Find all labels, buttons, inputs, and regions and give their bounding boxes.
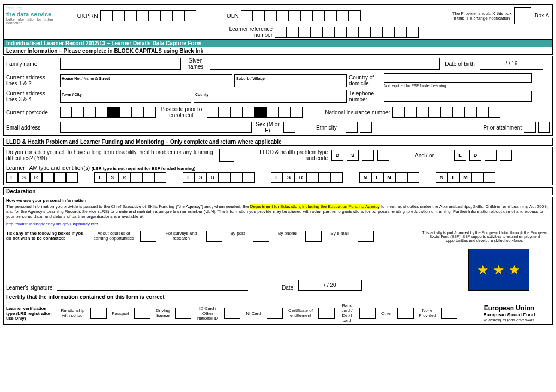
opt-post: By post xyxy=(227,231,249,236)
dob-field[interactable]: / / 19 xyxy=(480,58,543,70)
v-bank: Bank card / Debit card xyxy=(337,303,356,323)
cpc-cells[interactable] xyxy=(60,107,156,118)
v-relschool: Relationship with school xyxy=(58,308,88,318)
eu-sub: European Social Fund xyxy=(468,312,550,317)
logo-title: the data service xyxy=(6,11,66,17)
opt-phone: By phone xyxy=(274,231,301,236)
addr34b-field[interactable]: County xyxy=(194,90,347,103)
nlm-group[interactable]: NLM xyxy=(436,172,495,183)
privacy-link[interactable]: http://skillsfundingagency.bis.gov.uk/pr… xyxy=(6,222,98,226)
eu-flag: ★ ★ ★ xyxy=(468,249,529,291)
chk-none[interactable] xyxy=(441,308,457,318)
chk-cert[interactable] xyxy=(318,308,335,318)
lldd-andor: And / or xyxy=(415,152,434,158)
logo-sub: better information for further education xyxy=(6,17,66,25)
title-decl: Declaration xyxy=(3,187,553,195)
sex-label: Sex (M or F) xyxy=(254,121,281,133)
chk-driving[interactable] xyxy=(175,308,191,318)
eth-cell[interactable] xyxy=(360,122,372,133)
opt-courses: About courses or learning opportunities. xyxy=(92,231,136,241)
domicile-note: Not required for ESF funded learning xyxy=(384,84,532,88)
lldd-ld-v2[interactable] xyxy=(500,150,512,161)
tel-label: Telephone number xyxy=(349,90,382,102)
chk-bank[interactable] xyxy=(359,308,376,318)
sex-cell[interactable] xyxy=(283,122,295,133)
ukprn-cells[interactable] xyxy=(100,10,196,21)
provider-note: The Provider should X this box if this i… xyxy=(452,11,512,21)
tel-field[interactable] xyxy=(384,91,532,102)
fam-note: (LSR type is not required for ESF funded… xyxy=(92,166,196,171)
box-a-label: Box A xyxy=(534,13,550,19)
nino-label: National insurance number xyxy=(319,109,390,115)
lldd-d: D xyxy=(331,150,343,161)
lsr-group[interactable]: LSR xyxy=(271,172,343,183)
addr34-label: Current address lines 3 & 4 xyxy=(6,90,58,102)
ukprn-label: UKPRN xyxy=(68,13,98,19)
lsr-group[interactable]: LSR xyxy=(94,172,166,183)
decl-how: How we use your personal information xyxy=(6,198,550,203)
title-learner-info: Learner Information – Please complete in… xyxy=(3,47,553,55)
sig-field[interactable] xyxy=(57,281,248,291)
v-other: Other xyxy=(378,311,395,316)
v-nicard: NI Card xyxy=(243,311,264,316)
chk-courses[interactable] xyxy=(140,231,156,242)
dob-label: Date of birth xyxy=(442,61,478,67)
lref-cells[interactable] xyxy=(275,27,419,38)
nlm-group[interactable]: NLM xyxy=(359,172,419,183)
eth-label: Ethnicity xyxy=(316,125,343,131)
title-main: Individualised Learner Record 2012/13 – … xyxy=(3,40,553,47)
nino-cells[interactable] xyxy=(392,107,500,118)
eth-cell[interactable] xyxy=(346,122,358,133)
lldd-ds-v2[interactable] xyxy=(377,150,389,161)
email-label: Email address xyxy=(6,125,58,131)
email-field[interactable] xyxy=(60,122,252,133)
chk-nicard[interactable] xyxy=(267,308,283,318)
title-lldd: LLDD & Health Problem and Learner Fundin… xyxy=(3,138,553,146)
decl-para: The personal information you provide is … xyxy=(6,204,550,219)
lldd-ld-v1[interactable] xyxy=(485,150,497,161)
lref-label: Learner reference number xyxy=(221,26,273,38)
uln-cells[interactable] xyxy=(241,10,361,21)
domicile-field[interactable] xyxy=(384,73,532,83)
chk-phone[interactable] xyxy=(305,231,322,242)
uln-label: ULN xyxy=(227,13,239,19)
domicile-label: Country of domicile xyxy=(349,75,382,87)
chk-idcard[interactable] xyxy=(224,308,240,318)
v-passport: Passport xyxy=(110,311,131,316)
prior-cell[interactable] xyxy=(538,122,550,133)
v-driving: Driving licence xyxy=(153,308,172,318)
opt-surveys: For surveys and research xyxy=(161,231,202,241)
lldd-l: L xyxy=(454,150,466,161)
lsr-group[interactable]: LSR xyxy=(6,172,78,183)
lsr-group[interactable]: LSR xyxy=(183,172,255,183)
family-field[interactable] xyxy=(60,58,181,70)
chk-post[interactable] xyxy=(253,231,269,242)
chk-relschool[interactable] xyxy=(90,308,107,318)
opt-email: By e-mail xyxy=(326,231,353,236)
lldd-ds-v1[interactable] xyxy=(362,150,374,161)
given-field[interactable] xyxy=(210,58,440,70)
v-cert: Certificate of entitlement xyxy=(286,308,316,318)
prior-cell[interactable] xyxy=(524,122,536,133)
tick-label: Tick any of the following boxes if you d… xyxy=(6,231,88,241)
addr34a-field[interactable]: Town / City xyxy=(60,90,191,103)
cpc-label: Current postcode xyxy=(6,109,58,115)
lldd-question: Do you consider yourself to have a long … xyxy=(6,149,216,161)
eu-tagline: Investing in jobs and skills xyxy=(468,317,550,322)
v-none: None Provided xyxy=(416,308,438,318)
chk-surveys[interactable] xyxy=(206,231,222,242)
ppc-label: Postcode prior to enrolment xyxy=(158,106,204,118)
chk-passport[interactable] xyxy=(134,308,150,318)
ppc-cells[interactable] xyxy=(207,107,303,118)
lldd-d2: D xyxy=(469,150,481,161)
lldd-yn[interactable] xyxy=(219,149,234,162)
sig-label: Learner's signature: xyxy=(6,285,54,291)
addr12a-field[interactable]: House No. / Name & Street xyxy=(60,74,232,87)
prior-label: Prior attainment xyxy=(475,125,522,131)
chk-other[interactable] xyxy=(397,308,414,318)
date-label: Date: xyxy=(282,285,295,291)
addr12b-field[interactable]: Suburb / Village xyxy=(234,74,347,87)
date-field[interactable]: / / 20 xyxy=(298,280,362,291)
addr12-label: Current address lines 1 & 2 xyxy=(6,75,58,87)
chk-email[interactable] xyxy=(358,231,374,242)
